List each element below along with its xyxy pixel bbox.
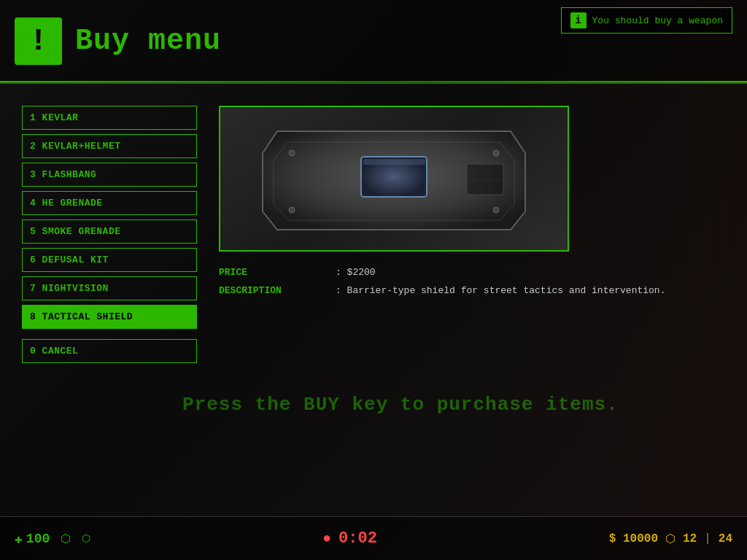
hud-ammo-reserve: 24 bbox=[719, 532, 732, 545]
bomb-icon: ● bbox=[322, 530, 331, 547]
menu-item-tactical-shield[interactable]: 8 TACTICAL SHIELD bbox=[22, 305, 197, 329]
armor-secondary-icon: ⬡ bbox=[82, 532, 90, 545]
menu-item-smoke-grenade[interactable]: 5 SMOKE GRENADE bbox=[22, 219, 197, 244]
hud-center: ● 0:02 bbox=[322, 529, 377, 548]
header-title: Buy menu bbox=[75, 25, 221, 58]
svg-rect-2 bbox=[467, 164, 503, 195]
item-preview-panel: PRICE : $2200 DESCRIPTION : Barrier-type… bbox=[219, 106, 725, 502]
svg-point-4 bbox=[493, 150, 499, 156]
menu-item-kevlar[interactable]: 1 KEVLAR bbox=[22, 106, 197, 130]
health-value: 100 bbox=[26, 532, 50, 546]
health-icon: ✚ bbox=[15, 531, 23, 547]
menu-panel: 1 KEVLAR 2 KEVLAR+HELMET 3 FLASHBANG 4 H… bbox=[0, 84, 747, 516]
description-row: DESCRIPTION : Barrier-type shield for st… bbox=[219, 285, 725, 296]
menu-item-flashbang[interactable]: 3 FLASHBANG bbox=[22, 163, 197, 187]
hud-right: $ 10000 ⬡ 12 | 24 bbox=[609, 532, 732, 546]
hud-health: ✚ 100 bbox=[15, 531, 50, 547]
shield-image bbox=[255, 117, 533, 241]
hud-ammo-current: 12 bbox=[683, 532, 697, 545]
price-value: : $2200 bbox=[336, 267, 376, 278]
menu-item-kevlar-helmet[interactable]: 2 KEVLAR+HELMET bbox=[22, 134, 197, 158]
armor-icon: ⬡ bbox=[61, 532, 71, 546]
notification-icon: i bbox=[570, 12, 587, 28]
menu-item-nightvision[interactable]: 7 NIGHTVISION bbox=[22, 276, 197, 300]
menu-item-he-grenade[interactable]: 4 HE GRENADE bbox=[22, 191, 197, 215]
item-image-box bbox=[219, 106, 569, 252]
menu-item-cancel[interactable]: 0 CANCEL bbox=[22, 339, 197, 363]
item-details: PRICE : $2200 DESCRIPTION : Barrier-type… bbox=[219, 263, 725, 307]
svg-rect-1 bbox=[363, 159, 425, 165]
menu-item-defusal-kit[interactable]: 6 DEFUSAL KIT bbox=[22, 248, 197, 272]
svg-point-5 bbox=[289, 207, 295, 213]
hud-ammo-separator: ⬡ bbox=[665, 532, 676, 546]
bottom-hud: ✚ 100 ⬡ ⬡ ● 0:02 $ 10000 ⬡ 12 | 24 bbox=[0, 516, 747, 560]
svg-point-6 bbox=[493, 207, 499, 213]
notification-message: You should buy a weapon bbox=[592, 15, 723, 26]
svg-point-3 bbox=[289, 150, 295, 156]
hud-left: ✚ 100 ⬡ ⬡ bbox=[15, 531, 90, 547]
description-label: DESCRIPTION bbox=[219, 285, 336, 296]
hud-timer: 0:02 bbox=[338, 529, 377, 548]
hud-ammo-pipe: | bbox=[704, 532, 711, 545]
menu-items-list: 1 KEVLAR 2 KEVLAR+HELMET 3 FLASHBANG 4 H… bbox=[22, 106, 197, 502]
price-row: PRICE : $2200 bbox=[219, 267, 725, 278]
price-label: PRICE bbox=[219, 267, 336, 278]
description-value: : Barrier-type shield for street tactics… bbox=[336, 285, 665, 296]
header-icon: ! bbox=[15, 18, 62, 65]
header-bar: ! Buy menu i You should buy a weapon bbox=[0, 0, 747, 84]
hud-overlay: ! Buy menu i You should buy a weapon 1 K… bbox=[0, 0, 747, 560]
hud-money: $ 10000 bbox=[609, 532, 658, 545]
notification-box: i You should buy a weapon bbox=[561, 7, 732, 34]
